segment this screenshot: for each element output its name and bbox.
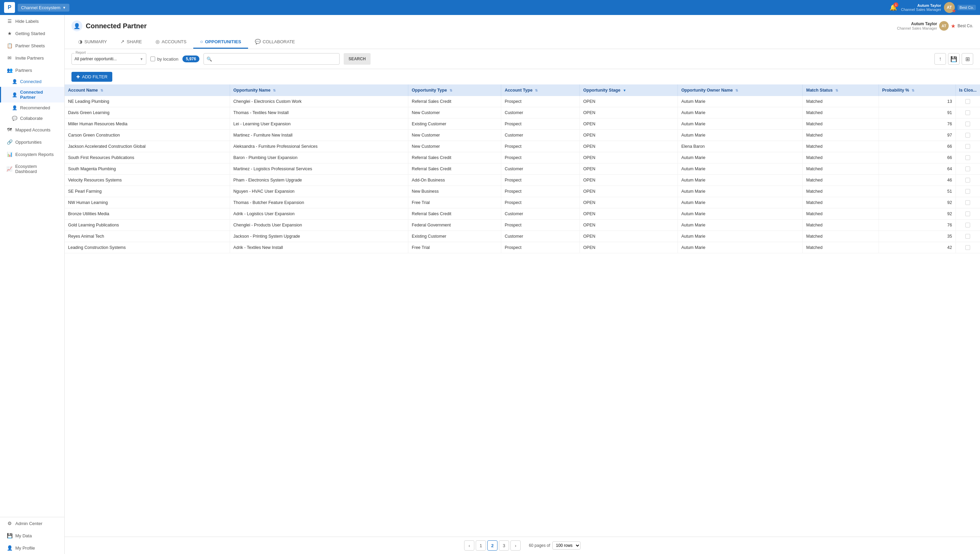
sidebar-item-hide-labels[interactable]: ☰ Hide Labels — [0, 15, 64, 27]
sidebar-item-partner-sheets[interactable]: 📋 Partner Sheets — [0, 40, 64, 52]
cell-opportunity-name: Aleksandra - Furniture Professional Serv… — [230, 141, 408, 152]
opportunities-icon: 🔗 — [6, 139, 13, 145]
search-button[interactable]: SEARCH — [344, 53, 371, 65]
main-layout: ☰ Hide Labels ★ Getting Started 📋 Partne… — [0, 15, 980, 554]
cell-probability: 46 — [878, 175, 956, 186]
col-opportunity-owner[interactable]: Opportunity Owner Name ⇅ — [678, 85, 803, 96]
cell-opportunity-type: Existing Customer — [408, 118, 501, 130]
save-button[interactable]: 💾 — [948, 53, 959, 65]
sidebar-item-partners[interactable]: 👥 Partners — [0, 64, 64, 76]
cell-account-type: Prospect — [501, 152, 580, 163]
cell-account-name: Velocity Resources Systems — [65, 175, 230, 186]
cell-is-closed — [956, 163, 980, 175]
data-icon: 💾 — [6, 533, 13, 538]
sort-icon: ⇅ — [273, 89, 275, 92]
page-title-row: 👤 Connected Partner Autum Taylor Channel… — [72, 21, 973, 31]
header-user-name: Autum Taylor — [897, 21, 937, 26]
cell-opportunity-type: New Customer — [408, 130, 501, 141]
col-match-status[interactable]: Match Status ⇅ — [803, 85, 878, 96]
table-row: Gold Learning Publications Chenglei - Pr… — [65, 220, 980, 231]
cell-is-closed — [956, 186, 980, 197]
user-avatar: AT ★ — [944, 2, 955, 13]
sidebar-label-invite-partners: Invite Partners — [15, 56, 44, 61]
search-input[interactable] — [214, 56, 337, 62]
page-title: Connected Partner — [86, 22, 147, 30]
col-probability[interactable]: Probability % ⇅ — [878, 85, 956, 96]
company-badge: Best Co. — [958, 5, 976, 10]
cell-match-status: Matched — [803, 231, 878, 242]
table-header-row: Account Name ⇅ Opportunity Name ⇅ Opport… — [65, 85, 980, 96]
tab-summary[interactable]: ◑ SUMMARY — [72, 35, 114, 49]
star-badge-icon: ★ — [951, 23, 956, 29]
tab-accounts-label: ACCOUNTS — [162, 39, 186, 44]
user-info: Autum Taylor Channel Sales Manager AT ★ … — [901, 2, 976, 13]
sidebar-item-recommended[interactable]: 👤 Recommended — [0, 102, 64, 113]
sidebar-item-mapped-accounts[interactable]: 🗺 Mapped Accounts — [0, 124, 64, 136]
by-location-checkbox[interactable] — [150, 56, 155, 61]
dashboard-icon: 📈 — [6, 166, 13, 172]
tab-opportunities[interactable]: ○ OPPORTUNITIES — [193, 35, 248, 49]
dropdown-arrow-icon: ▼ — [140, 57, 143, 61]
cell-opportunity-name: Adrik - Textiles New Install — [230, 242, 408, 253]
by-location-toggle[interactable]: by location — [150, 56, 178, 62]
sidebar-item-ecosystem-dashboard[interactable]: 📈 Ecosystem Dashboard — [0, 160, 64, 177]
cell-is-closed — [956, 141, 980, 152]
sidebar-item-ecosystem-reports[interactable]: 📊 Ecosystem Reports — [0, 148, 64, 160]
cell-opportunity-type: Existing Customer — [408, 231, 501, 242]
cell-owner-name: Autum Marie — [678, 242, 803, 253]
col-is-closed[interactable]: Is Clos... — [956, 85, 980, 96]
sidebar-item-connected-partner[interactable]: 👤 Connected Partner — [0, 87, 64, 102]
tab-collaborate[interactable]: 💬 COLLABORATE — [248, 35, 302, 49]
sidebar-item-my-data[interactable]: 💾 My Data — [0, 530, 64, 542]
sidebar-item-connected[interactable]: 👤 Connected — [0, 76, 64, 87]
cell-opportunity-stage: OPEN — [580, 107, 678, 118]
rows-per-page-select[interactable]: 100 rows 50 rows 25 rows — [552, 541, 581, 549]
cell-account-name: Leading Construction Systems — [65, 242, 230, 253]
cell-match-status: Matched — [803, 208, 878, 220]
menu-icon: ☰ — [6, 18, 13, 24]
report-value: All partner opportuniti... — [75, 56, 140, 61]
prev-page-button[interactable]: ‹ — [464, 540, 474, 551]
page-2-button[interactable]: 2 — [487, 540, 498, 551]
cell-account-type: Prospect — [501, 186, 580, 197]
col-opportunity-stage[interactable]: Opportunity Stage ▼ — [580, 85, 678, 96]
cell-probability: 97 — [878, 130, 956, 141]
opportunities-tab-icon: ○ — [200, 39, 203, 44]
save-icon: 💾 — [950, 56, 957, 62]
sidebar-item-collaborate[interactable]: 💬 Collaborate — [0, 113, 64, 124]
cell-probability: 92 — [878, 197, 956, 208]
col-opportunity-type[interactable]: Opportunity Type ⇅ — [408, 85, 501, 96]
table-row: NW Human Learning Thomas - Butcher Featu… — [65, 197, 980, 208]
col-account-type[interactable]: Account Type ⇅ — [501, 85, 580, 96]
page-3-button[interactable]: 3 — [499, 540, 509, 551]
star-icon: ★ — [6, 30, 13, 36]
notification-badge: 1 — [894, 2, 898, 7]
cell-opportunity-type: New Customer — [408, 107, 501, 118]
sidebar-item-admin-center[interactable]: ⚙ Admin Center — [0, 517, 64, 530]
tab-accounts[interactable]: ◎ ACCOUNTS — [149, 35, 193, 49]
sidebar-item-invite-partners[interactable]: ✉ Invite Partners — [0, 52, 64, 64]
sort-icon: ⇅ — [912, 89, 914, 92]
sidebar-item-opportunities[interactable]: 🔗 Opportunities — [0, 136, 64, 148]
page-1-button[interactable]: 1 — [476, 540, 486, 551]
report-select[interactable]: Report All partner opportuniti... ▼ — [72, 53, 146, 65]
tab-share[interactable]: ↗ SHARE — [114, 35, 149, 49]
notifications-button[interactable]: 🔔 1 — [889, 4, 897, 11]
sidebar-item-getting-started[interactable]: ★ Getting Started — [0, 27, 64, 40]
cell-opportunity-type: Referral Sales Credit — [408, 208, 501, 220]
cell-owner-name: Autum Marie — [678, 220, 803, 231]
grid-view-button[interactable]: ⊞ — [962, 53, 973, 65]
col-opportunity-type-label: Opportunity Type — [412, 88, 447, 93]
col-opportunity-name[interactable]: Opportunity Name ⇅ — [230, 85, 408, 96]
cell-is-closed — [956, 220, 980, 231]
upload-button[interactable]: ↑ — [934, 53, 946, 65]
col-probability-label: Probability % — [882, 88, 909, 93]
add-filter-button[interactable]: ✚ ADD FILTER — [72, 72, 112, 82]
col-account-name[interactable]: Account Name ⇅ — [65, 85, 230, 96]
app-switcher[interactable]: Channel Ecosystem ▼ — [18, 4, 69, 11]
next-page-button[interactable]: › — [511, 540, 520, 551]
cell-account-name: Bronze Utilities Media — [65, 208, 230, 220]
cell-owner-name: Autum Marie — [678, 231, 803, 242]
sidebar-item-my-profile[interactable]: 👤 My Profile — [0, 542, 64, 554]
cell-account-type: Prospect — [501, 175, 580, 186]
